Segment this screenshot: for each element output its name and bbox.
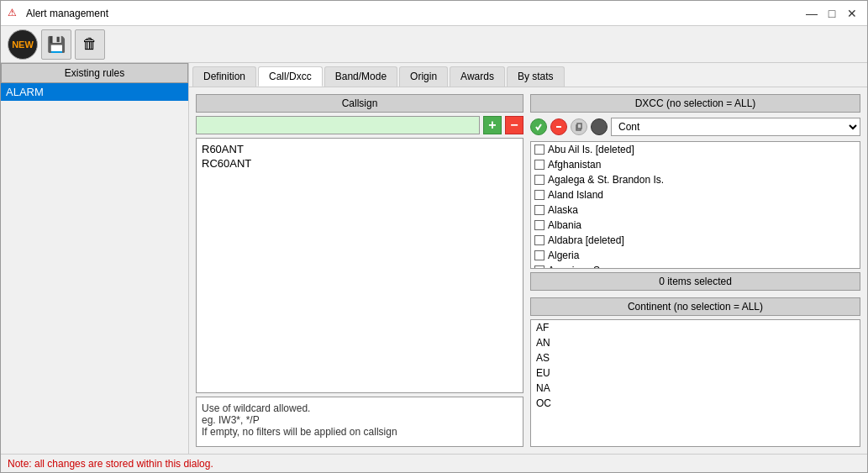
list-item[interactable]: AN: [531, 335, 860, 350]
dxcc-checkbox[interactable]: [534, 205, 544, 215]
dxcc-copy-button[interactable]: [571, 118, 587, 135]
dxcc-checkbox[interactable]: [534, 235, 544, 245]
list-item[interactable]: NA: [531, 381, 860, 396]
new-button[interactable]: NEW: [8, 29, 38, 60]
dxcc-checkbox[interactable]: [534, 220, 544, 230]
continent-list[interactable]: AF AN AS EU NA OC: [530, 319, 860, 447]
dxcc-checkbox[interactable]: [534, 250, 544, 260]
list-item[interactable]: AF: [531, 320, 860, 335]
title-bar-left: ⚠ Alert management: [8, 7, 108, 20]
list-item[interactable]: Afghanistan: [531, 157, 860, 172]
window-icon: ⚠: [8, 7, 21, 20]
list-item[interactable]: Aland Island: [531, 187, 860, 202]
right-panel: Definition Call/Dxcc Band/Mode Origin Aw…: [189, 63, 867, 454]
callsign-help-text: Use of wildcard allowed. eg. IW3*, */P I…: [196, 397, 523, 447]
tab-calldxcc[interactable]: Call/Dxcc: [258, 66, 323, 87]
title-bar-controls: — □ ✕: [803, 5, 860, 22]
list-item: R60ANT: [200, 142, 519, 156]
dxcc-header: DXCC (no selection = ALL): [530, 94, 860, 113]
dxcc-dark-button[interactable]: [591, 118, 608, 135]
title-bar: ⚠ Alert management — □ ✕: [1, 1, 867, 26]
callsign-input-row: + −: [196, 116, 523, 134]
tab-origin[interactable]: Origin: [399, 66, 448, 87]
continent-select[interactable]: Cont AF AN AS EU NA OC SA: [611, 118, 860, 136]
tab-awards[interactable]: Awards: [450, 66, 505, 87]
tab-content: Callsign + − R60ANT RC60ANT Use of wildc…: [189, 87, 867, 454]
main-content: Existing rules ALARM Definition Call/Dxc…: [1, 63, 867, 454]
list-item: RC60ANT: [200, 156, 519, 171]
dxcc-deselect-button[interactable]: [550, 118, 567, 135]
delete-button[interactable]: 🗑: [75, 29, 105, 60]
items-selected-bar: 0 items selected: [530, 272, 860, 291]
list-item[interactable]: Aldabra [deleted]: [531, 233, 860, 248]
alert-management-window: ⚠ Alert management — □ ✕ NEW 💾 🗑 Existin…: [0, 0, 868, 473]
dxcc-select-all-button[interactable]: [530, 118, 547, 135]
status-bar: Note: all changes are stored within this…: [1, 454, 867, 472]
sidebar-item-alarm[interactable]: ALARM: [1, 83, 188, 101]
callsign-list[interactable]: R60ANT RC60ANT: [196, 138, 523, 393]
tabs: Definition Call/Dxcc Band/Mode Origin Aw…: [189, 63, 867, 87]
dxcc-checkbox[interactable]: [534, 175, 544, 185]
maximize-button[interactable]: □: [823, 5, 840, 22]
svg-rect-2: [577, 124, 581, 129]
list-item[interactable]: American Samoa: [531, 263, 860, 269]
sidebar: Existing rules ALARM: [1, 63, 189, 454]
list-item[interactable]: EU: [531, 365, 860, 381]
list-item[interactable]: AS: [531, 350, 860, 365]
dxcc-list[interactable]: Abu Ail Is. [deleted] Afghanistan Agaleg…: [530, 141, 860, 269]
window-title: Alert management: [26, 8, 108, 19]
save-button[interactable]: 💾: [41, 29, 71, 60]
callsign-pane: Callsign + − R60ANT RC60ANT Use of wildc…: [196, 94, 523, 447]
list-item[interactable]: Abu Ail Is. [deleted]: [531, 142, 860, 157]
list-item[interactable]: Albania: [531, 218, 860, 233]
list-item[interactable]: Alaska: [531, 202, 860, 218]
tab-bystats[interactable]: By stats: [507, 66, 565, 87]
toolbar: NEW 💾 🗑: [1, 26, 867, 63]
callsign-remove-button[interactable]: −: [505, 116, 523, 134]
dxcc-checkbox[interactable]: [534, 190, 544, 200]
dxcc-checkbox[interactable]: [534, 145, 544, 155]
minimize-button[interactable]: —: [803, 5, 820, 22]
callsign-input[interactable]: [196, 116, 480, 134]
tab-bandmode[interactable]: Band/Mode: [324, 66, 397, 87]
close-button[interactable]: ✕: [844, 5, 860, 22]
dxcc-checkbox[interactable]: [534, 160, 544, 170]
list-item[interactable]: Agalega & St. Brandon Is.: [531, 172, 860, 187]
list-item[interactable]: Algeria: [531, 248, 860, 263]
tab-definition[interactable]: Definition: [192, 66, 256, 87]
sidebar-header: Existing rules: [1, 63, 188, 83]
status-text: Note: all changes are stored within this…: [8, 458, 213, 470]
dxcc-checkbox[interactable]: [534, 265, 544, 269]
continent-header: Continent (no selection = ALL): [530, 297, 860, 316]
dxcc-pane: DXCC (no selection = ALL): [530, 94, 860, 447]
dxcc-toolbar: Cont AF AN AS EU NA OC SA: [530, 116, 860, 138]
callsign-add-button[interactable]: +: [483, 116, 502, 134]
list-item[interactable]: OC: [531, 396, 860, 411]
callsign-header: Callsign: [196, 94, 523, 113]
